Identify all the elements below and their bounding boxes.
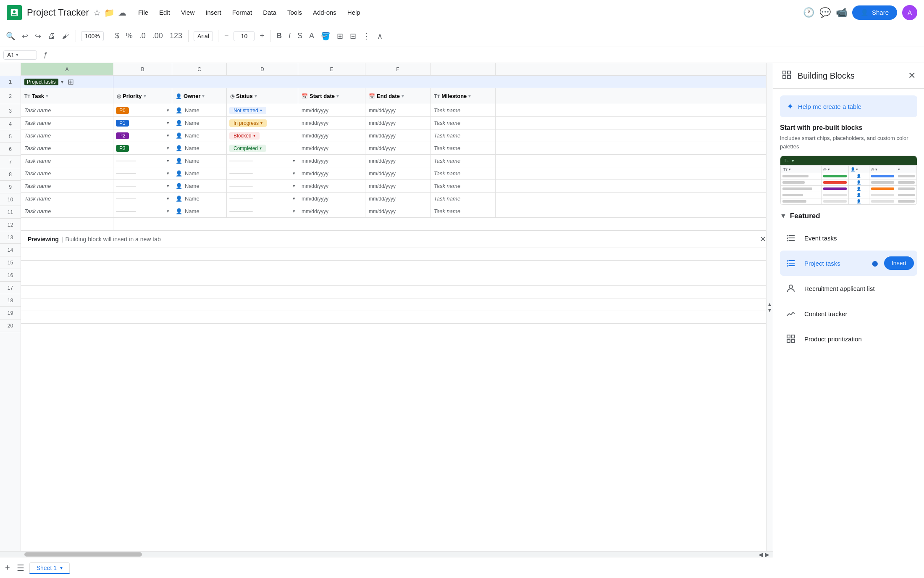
row-num-4[interactable]: 4 [0, 118, 21, 130]
startdate-cell-6[interactable]: mm/dd/yyyy [298, 167, 365, 179]
cloud-icon[interactable]: ☁ [118, 8, 126, 18]
panel-close-button[interactable]: ✕ [908, 70, 916, 81]
col-priority-header[interactable]: ◎ Priority ▾ [113, 88, 172, 104]
status-cell-8[interactable]: ▾ [227, 193, 298, 205]
status-cell-3[interactable]: Blocked ▾ [227, 129, 298, 142]
status-cell-7[interactable]: ▾ [227, 180, 298, 192]
meet-icon[interactable]: 📹 [836, 7, 847, 18]
task-cell-1[interactable]: Task name [21, 104, 113, 116]
priority-cell-6[interactable]: ▾ [113, 167, 172, 179]
milestone-cell-5[interactable]: Task name [430, 155, 496, 167]
row-num-18[interactable]: 18 [0, 294, 21, 307]
ai-create-button[interactable]: ✦ Help me create a table [780, 95, 917, 117]
owner-cell-7[interactable]: 👤 Name [172, 180, 227, 192]
status-dropdown-6[interactable]: ▾ [293, 171, 295, 176]
row-num-14[interactable]: 14 [0, 244, 21, 256]
menu-edit[interactable]: Edit [154, 7, 175, 18]
formula-icon[interactable]: ƒ [44, 51, 47, 59]
col-head-d[interactable]: D [227, 63, 298, 75]
featured-item-project-tasks[interactable]: Project tasks ⬤ Insert [780, 251, 917, 276]
task-cell-8[interactable]: Task name [21, 193, 113, 205]
priority-cell-9[interactable]: ▾ [113, 205, 172, 217]
row-num-12[interactable]: 12 [0, 219, 21, 231]
row-num-5[interactable]: 5 [0, 130, 21, 143]
priority-cell-3[interactable]: P2 ▾ [113, 129, 172, 142]
status-cell-5[interactable]: ▾ [227, 155, 298, 167]
font-selector[interactable]: Arial [194, 31, 213, 41]
owner-cell-4[interactable]: 👤 Name [172, 142, 227, 154]
search-icon[interactable]: 🔍 [3, 30, 18, 42]
print-icon[interactable]: 🖨 [45, 30, 58, 42]
col-head-a[interactable]: A [21, 63, 113, 75]
priority-dropdown-6[interactable]: ▾ [167, 171, 169, 176]
enddate-cell-4[interactable]: mm/dd/yyyy [365, 142, 430, 154]
borders-icon[interactable]: ⊞ [334, 30, 346, 42]
owner-col-dropdown[interactable]: ▾ [202, 93, 205, 99]
menu-view[interactable]: View [176, 7, 200, 18]
menu-tools[interactable]: Tools [282, 7, 307, 18]
task-cell-4[interactable]: Task name [21, 142, 113, 154]
share-button[interactable]: 👤 Share [852, 5, 897, 20]
milestone-cell-4[interactable]: Task name [430, 142, 496, 154]
featured-item-recruitment[interactable]: Recruitment applicant list [780, 276, 917, 301]
status-cell-9[interactable]: ▾ [227, 205, 298, 217]
status-dropdown-5[interactable]: ▾ [293, 158, 295, 164]
status-cell-2[interactable]: In progress ▾ [227, 117, 298, 129]
status-col-dropdown[interactable]: ▾ [255, 93, 257, 99]
row-num-8[interactable]: 8 [0, 168, 21, 181]
sheet-tab-dropdown[interactable]: ▾ [60, 565, 63, 571]
row-num-7[interactable]: 7 [0, 156, 21, 168]
col-head-c[interactable]: C [172, 63, 227, 75]
enddate-col-dropdown[interactable]: ▾ [402, 93, 404, 99]
enddate-cell-7[interactable]: mm/dd/yyyy [365, 180, 430, 192]
row-num-17[interactable]: 17 [0, 282, 21, 294]
owner-cell-8[interactable]: 👤 Name [172, 193, 227, 205]
decimal-dec-icon[interactable]: .0 [137, 30, 148, 42]
task-cell-6[interactable]: Task name [21, 167, 113, 179]
priority-dropdown-5[interactable]: ▾ [167, 158, 169, 164]
not-started-badge[interactable]: Not started ▾ [229, 107, 266, 114]
cell-ref-dropdown[interactable]: ▾ [16, 52, 18, 58]
menu-data[interactable]: Data [258, 7, 281, 18]
comment-icon[interactable]: 💬 [819, 7, 831, 18]
history-icon[interactable]: 🕐 [803, 7, 814, 18]
owner-cell-2[interactable]: 👤 Name [172, 117, 227, 129]
col-owner-header[interactable]: 👤 Owner ▾ [172, 88, 227, 104]
folder-icon[interactable]: 📁 [104, 8, 115, 18]
priority-cell-2[interactable]: P1 ▾ [113, 117, 172, 129]
row-num-11[interactable]: 11 [0, 206, 21, 219]
col-milestone-header[interactable]: Tᴛ Milestone ▾ [430, 88, 496, 104]
startdate-cell-4[interactable]: mm/dd/yyyy [298, 142, 365, 154]
priority-dropdown-4[interactable]: ▾ [167, 145, 169, 151]
in-progress-badge[interactable]: In progress ▾ [229, 119, 267, 127]
status-dropdown-9[interactable]: ▾ [293, 209, 295, 214]
status-cell-1[interactable]: Not started ▾ [227, 104, 298, 116]
menu-format[interactable]: Format [227, 7, 257, 18]
row-num-19[interactable]: 19 [0, 307, 21, 319]
startdate-cell-5[interactable]: mm/dd/yyyy [298, 155, 365, 167]
priority-cell-5[interactable]: ▾ [113, 155, 172, 167]
featured-item-event-tasks[interactable]: Event tasks [780, 225, 917, 251]
h-scroll-thumb[interactable] [24, 552, 142, 557]
row-num-20[interactable]: 20 [0, 319, 21, 332]
menu-help[interactable]: Help [342, 7, 365, 18]
priority-cell-4[interactable]: P3 ▾ [113, 142, 172, 154]
collapse-icon[interactable]: ∧ [375, 30, 385, 42]
featured-item-product-prioritization[interactable]: Product prioritization [780, 326, 917, 351]
cell-reference[interactable]: A1 ▾ [3, 50, 37, 60]
milestone-col-dropdown[interactable]: ▾ [468, 93, 471, 99]
zoom-selector[interactable]: 100% [81, 31, 104, 41]
prebuilt-preview[interactable]: Tᴛ ▾ Tᴛ ▾ ◎ ▾ 👤 ▾ ◷ ▾ ▾ [780, 156, 917, 205]
milestone-cell-8[interactable]: Task name [430, 193, 496, 205]
text-color-icon[interactable]: A [307, 30, 317, 42]
col-head-e[interactable]: E [298, 63, 365, 75]
startdate-cell-2[interactable]: mm/dd/yyyy [298, 117, 365, 129]
milestone-cell-2[interactable]: Task name [430, 117, 496, 129]
startdate-cell-9[interactable]: mm/dd/yyyy [298, 205, 365, 217]
empty-cell-12-a[interactable] [21, 218, 113, 230]
task-cell-7[interactable]: Task name [21, 180, 113, 192]
avatar[interactable]: A [902, 5, 917, 20]
row-num-3[interactable]: 3 [0, 104, 21, 118]
owner-cell-6[interactable]: 👤 Name [172, 167, 227, 179]
completed-badge[interactable]: Completed ▾ [229, 145, 266, 152]
